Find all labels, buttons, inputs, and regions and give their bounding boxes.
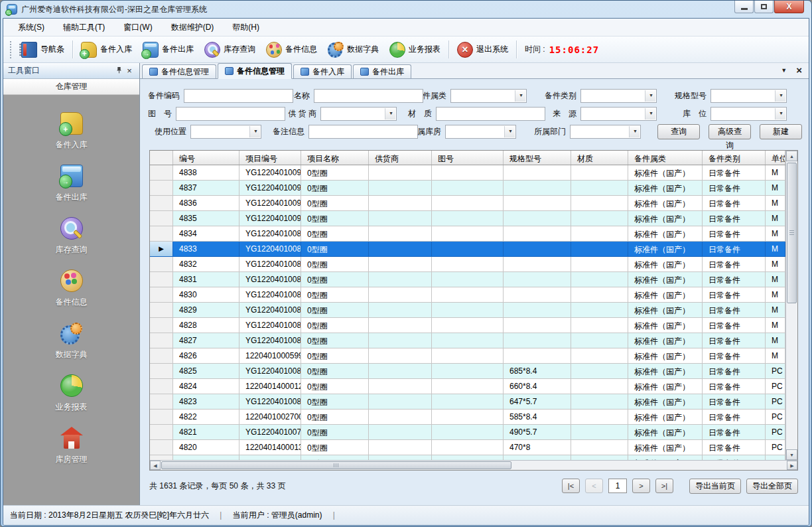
table-cell[interactable]: 标准件（国产）: [628, 333, 703, 348]
table-cell[interactable]: [504, 272, 571, 287]
table-cell[interactable]: YG12204010088: [239, 242, 301, 257]
table-cell[interactable]: [369, 318, 432, 333]
vertical-scrollbar[interactable]: ▲ ▼: [785, 151, 797, 460]
table-cell[interactable]: 4834: [173, 226, 239, 242]
scroll-up-icon[interactable]: ▲: [786, 151, 797, 161]
table-cell[interactable]: [369, 196, 432, 211]
toolbar-item-stock-out[interactable]: 备件出库: [137, 40, 199, 60]
table-cell[interactable]: [571, 257, 628, 272]
table-cell[interactable]: [369, 379, 432, 394]
table-cell[interactable]: [504, 165, 571, 181]
table-cell[interactable]: [369, 303, 432, 318]
table-cell[interactable]: PC: [766, 394, 785, 410]
table-cell[interactable]: [571, 333, 628, 348]
table-cell[interactable]: YG12204010085: [239, 287, 301, 303]
table-cell[interactable]: 4836: [173, 196, 239, 211]
table-cell[interactable]: 4835: [173, 211, 239, 226]
table-cell[interactable]: [504, 181, 571, 196]
table-cell[interactable]: YG12204010086: [239, 272, 301, 287]
table-cell[interactable]: PC: [766, 425, 785, 440]
toolbar-item-parts-info[interactable]: 备件信息: [261, 40, 322, 60]
menu-help[interactable]: 帮助(H): [223, 19, 269, 37]
table-cell[interactable]: 日常备件: [703, 394, 766, 410]
table-row[interactable]: 4825YG122040100810型圈685*8.4标准件（国产）日常备件PC: [150, 364, 785, 379]
table-cell[interactable]: YG12204010079: [239, 425, 301, 440]
table-row[interactable]: 4832YG122040100870型圈标准件（国产）日常备件M: [150, 257, 785, 272]
table-cell[interactable]: 1220401400013: [239, 440, 301, 455]
sidebar-item-data-dictionary[interactable]: 数据字典: [56, 322, 88, 360]
table-cell[interactable]: YG12204010087: [239, 257, 301, 272]
table-row[interactable]: 4828YG122040100830型圈标准件（国产）日常备件M: [150, 318, 785, 333]
tab-0[interactable]: 备件信息管理: [142, 64, 216, 78]
table-cell[interactable]: 日常备件: [703, 348, 766, 364]
part-name-input[interactable]: [314, 89, 423, 103]
table-cell[interactable]: 日常备件: [703, 318, 766, 333]
table-cell[interactable]: [369, 425, 432, 440]
table-cell[interactable]: [504, 196, 571, 211]
table-cell[interactable]: 0型圈: [301, 257, 369, 272]
table-cell[interactable]: 0型圈: [301, 242, 369, 257]
storage-location-select[interactable]: [710, 107, 787, 121]
table-cell[interactable]: 0型圈: [301, 440, 369, 455]
table-cell[interactable]: [432, 410, 504, 425]
column-header-0[interactable]: 编号: [173, 151, 239, 165]
close-button[interactable]: X: [774, 1, 804, 13]
table-cell[interactable]: [571, 272, 628, 287]
table-row[interactable]: 4823YG122040100800型圈647*5.7标准件（国产）日常备件PC: [150, 394, 785, 410]
table-row[interactable]: 4838YG122040100930型圈标准件（国产）日常备件M: [150, 165, 785, 181]
table-cell[interactable]: 4822: [173, 410, 239, 425]
table-cell[interactable]: 标准件（国产）: [628, 303, 703, 318]
table-cell[interactable]: YG12204010081: [239, 364, 301, 379]
tab-1-active[interactable]: 备件信息管理: [218, 63, 292, 79]
page-number-input[interactable]: [608, 479, 627, 493]
table-row[interactable]: 482012204014000130型圈470*8标准件（国产）日常备件PC: [150, 440, 785, 455]
table-cell[interactable]: [571, 211, 628, 226]
table-cell[interactable]: 0型圈: [301, 364, 369, 379]
table-cell[interactable]: 4825: [173, 364, 239, 379]
table-cell[interactable]: [432, 348, 504, 364]
table-cell[interactable]: 标准件（国产）: [628, 165, 703, 181]
toolbar-item-exit[interactable]: 退出系统: [452, 40, 513, 60]
column-header-7[interactable]: 备件属类: [628, 151, 703, 165]
tab-3[interactable]: 备件出库: [353, 64, 411, 78]
table-cell[interactable]: 685*8.4: [504, 364, 571, 379]
table-cell[interactable]: M: [766, 348, 785, 364]
table-row[interactable]: 482212204010027000型圈585*8.4标准件（国产）日常备件PC: [150, 410, 785, 425]
table-cell[interactable]: 日常备件: [703, 440, 766, 455]
sidebar-item-warehouse[interactable]: 库房管理: [56, 427, 88, 465]
table-row[interactable]: 4836YG122040100910型圈标准件（国产）日常备件M: [150, 196, 785, 211]
next-page-button[interactable]: >: [632, 479, 650, 493]
sidebar-section-warehouse[interactable]: 仓库管理: [3, 79, 139, 95]
table-cell[interactable]: [504, 211, 571, 226]
table-cell[interactable]: 日常备件: [703, 226, 766, 242]
table-cell[interactable]: 日常备件: [703, 287, 766, 303]
table-cell[interactable]: 4827: [173, 333, 239, 348]
table-cell[interactable]: [369, 242, 432, 257]
sidebar-item-parts-info[interactable]: 备件信息: [56, 269, 88, 308]
table-cell[interactable]: 0型圈: [301, 379, 369, 394]
table-cell[interactable]: 490*5.7: [504, 425, 571, 440]
scroll-down-icon[interactable]: ▼: [786, 449, 797, 460]
table-cell[interactable]: [504, 348, 571, 364]
column-header-2[interactable]: 项目名称: [301, 151, 369, 165]
table-cell[interactable]: [369, 165, 432, 181]
table-cell[interactable]: 标准件（国产）: [628, 272, 703, 287]
toolbar-item-stock-in[interactable]: 备件入库: [76, 40, 137, 60]
table-cell[interactable]: M: [766, 181, 785, 196]
sidebar-item-inventory-query[interactable]: 库存查询: [56, 217, 88, 256]
table-cell[interactable]: [571, 303, 628, 318]
table-cell[interactable]: 标准件（国产）: [628, 211, 703, 226]
table-cell[interactable]: M: [766, 196, 785, 211]
menu-data-maintenance[interactable]: 数据维护(D): [162, 19, 224, 37]
table-cell[interactable]: [432, 318, 504, 333]
table-cell[interactable]: M: [766, 318, 785, 333]
table-cell[interactable]: [432, 303, 504, 318]
table-cell[interactable]: [504, 303, 571, 318]
table-cell[interactable]: 0型圈: [301, 333, 369, 348]
column-header-9[interactable]: 单位: [766, 151, 785, 165]
table-cell[interactable]: [432, 181, 504, 196]
table-cell[interactable]: 标准件（国产）: [628, 196, 703, 211]
drawing-no-input[interactable]: [176, 107, 285, 121]
table-cell[interactable]: 0型圈: [301, 272, 369, 287]
table-cell[interactable]: [432, 226, 504, 242]
